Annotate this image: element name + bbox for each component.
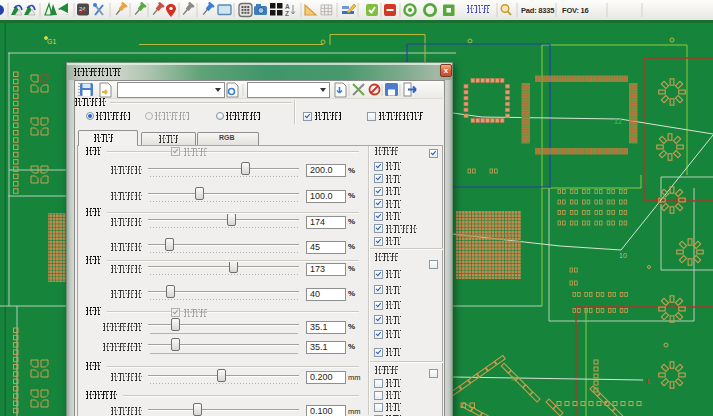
svg-text:10: 10 [619, 252, 627, 259]
svg-text:A: A [285, 3, 290, 10]
svg-text:G1: G1 [47, 38, 56, 45]
svg-text:Z: Z [285, 10, 289, 17]
svg-text:1: 1 [646, 378, 650, 385]
svg-text:12: 12 [614, 118, 622, 125]
